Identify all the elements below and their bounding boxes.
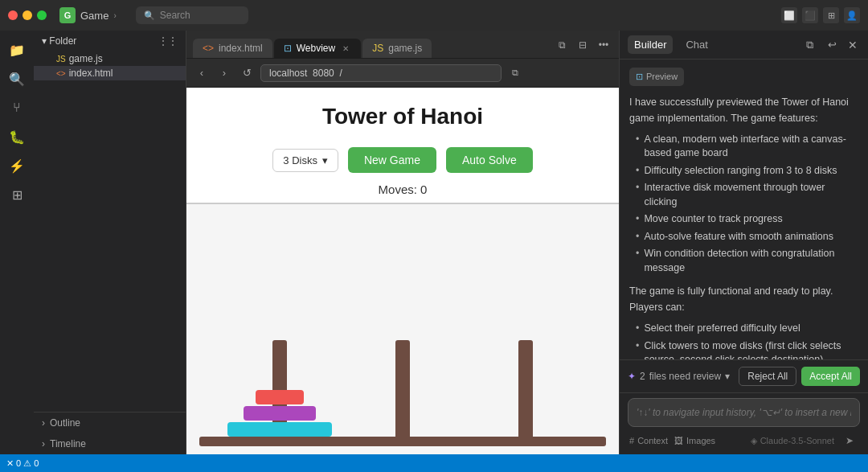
rp-external-btn[interactable]: ⧉	[800, 36, 818, 54]
forward-button[interactable]: ›	[215, 64, 233, 82]
can-do-text: The game is fully functional and ready t…	[629, 283, 858, 315]
titlebar: G Game › 🔍 Search ⬜ ⬛ ⊞ 👤	[0, 0, 868, 31]
sidebar-icon-grid[interactable]: ⊞	[4, 182, 30, 207]
tab-game-js[interactable]: JS game.js	[362, 39, 432, 58]
game-controls: 3 Disks ▾ New Game Auto Solve	[186, 147, 619, 173]
feature-item-0: A clean, modern web interface with a can…	[636, 133, 858, 161]
warning-count: 0	[34, 458, 39, 468]
tab-label-game-js: game.js	[388, 43, 422, 54]
file-item-index-html[interactable]: <> index.html	[34, 66, 186, 80]
tower-3-pole	[518, 340, 533, 437]
send-button[interactable]: ➤	[841, 432, 858, 449]
html-tab-icon: <>	[203, 43, 214, 54]
split-editor-btn[interactable]: ⧉	[553, 36, 571, 54]
outline-item[interactable]: › Outline	[34, 412, 186, 433]
review-files-label: files need review	[649, 371, 721, 382]
tab-layout-btn[interactable]: ⊟	[574, 36, 592, 54]
app-name: Game	[80, 10, 108, 22]
status-item-errors: ✕ 0 ⚠ 0	[6, 458, 39, 469]
titlebar-layout-btn-3[interactable]: ⊞	[823, 7, 839, 23]
can-do-item-0: Select their preferred difficulty level	[636, 322, 858, 336]
js-icon: JS	[56, 55, 66, 64]
feature-item-4: Auto-solve feature with smooth animation…	[636, 230, 858, 244]
builder-tab[interactable]: Builder	[628, 35, 673, 54]
disk-medium	[244, 406, 316, 421]
sidebar: 📁 🔍 ⑂ 🐛 ⚡ ⊞	[0, 31, 34, 454]
file-item-game-js[interactable]: JS game.js	[34, 51, 186, 66]
back-button[interactable]: ‹	[193, 64, 211, 82]
diamond-icon: ◈	[751, 436, 757, 446]
status-bar: ✕ 0 ⚠ 0	[0, 454, 868, 472]
images-button[interactable]: 🖼 Images	[674, 436, 715, 445]
context-button[interactable]: # Context	[629, 436, 668, 445]
close-traffic-light[interactable]	[8, 10, 18, 20]
file-panel-menu-icon[interactable]: ⋮⋮	[158, 35, 178, 47]
search-icon: 🔍	[144, 10, 155, 21]
game-header: Tower of Hanoi	[186, 88, 619, 137]
tower-3-base	[445, 437, 606, 446]
search-bar[interactable]: 🔍 Search	[136, 6, 248, 24]
file-name-index-html: index.html	[69, 68, 113, 79]
address-input[interactable]	[260, 64, 502, 82]
sidebar-icon-search[interactable]: 🔍	[4, 66, 30, 92]
feature-item-2: Interactive disk movement through tower …	[636, 181, 858, 209]
reject-all-button[interactable]: Reject All	[739, 367, 796, 386]
tower-2[interactable]	[342, 334, 465, 446]
rp-history-btn[interactable]: ↩	[823, 36, 841, 54]
sidebar-icon-files[interactable]: 📁	[4, 37, 30, 63]
search-label: Search	[160, 10, 190, 21]
can-do-item-1: Click towers to move disks (first click …	[636, 339, 858, 360]
app-icon-area: G Game ›	[59, 7, 117, 23]
sidebar-icon-extensions[interactable]: ⚡	[4, 153, 30, 179]
minimize-traffic-light[interactable]	[23, 10, 32, 20]
rp-close-btn[interactable]: ✕	[845, 38, 860, 52]
js-tab-icon: JS	[372, 43, 383, 54]
tab-more-btn[interactable]: •••	[595, 36, 612, 54]
tab-label-index-html: index.html	[219, 43, 263, 54]
warning-icon: ⚠	[23, 458, 31, 469]
preview-badge-label: Preview	[646, 70, 678, 84]
tower-3[interactable]	[464, 334, 587, 446]
disk-select[interactable]: 3 Disks ▾	[272, 149, 338, 172]
chat-tab[interactable]: Chat	[679, 35, 714, 54]
model-name: Claude-3.5-Sonnet	[760, 436, 834, 445]
review-count: 2	[640, 371, 645, 382]
sidebar-icon-debug[interactable]: 🐛	[4, 124, 30, 150]
review-bar: ✦ 2 files need review ▾ Reject All Accep…	[620, 359, 868, 393]
maximize-traffic-light[interactable]	[37, 10, 47, 20]
copy-url-button[interactable]: ⧉	[506, 64, 524, 82]
tab-webview[interactable]: ⊡ Webview ✕	[274, 39, 361, 58]
main-content: 📁 🔍 ⑂ 🐛 ⚡ ⊞ ▾ Folder ⋮⋮ JS game.js <> in…	[0, 31, 868, 454]
tab-bar: <> index.html ⊡ Webview ✕ JS game.js ⧉ ⊟…	[186, 31, 619, 59]
feature-item-1: Difficulty selection ranging from 3 to 8…	[636, 164, 858, 179]
preview-icon: ⊡	[636, 70, 643, 84]
preview-badge: ⊡ Preview	[629, 68, 684, 86]
timeline-item[interactable]: › Timeline	[34, 433, 186, 454]
chat-input-footer: # Context 🖼 Images ◈ Claude-3.5-Sonnet ➤	[628, 432, 860, 449]
game-canvas-area[interactable]	[186, 203, 619, 454]
traffic-lights	[8, 10, 47, 20]
chat-input[interactable]	[628, 398, 860, 427]
titlebar-user-btn[interactable]: 👤	[844, 7, 860, 23]
sidebar-icon-git[interactable]: ⑂	[4, 95, 30, 121]
tab-close-webview[interactable]: ✕	[340, 43, 351, 54]
titlebar-layout-btn-1[interactable]: ⬜	[781, 7, 797, 23]
image-icon: 🖼	[674, 436, 683, 445]
disk-select-chevron-icon: ▾	[322, 154, 328, 166]
timeline-chevron-icon: ›	[42, 438, 45, 449]
new-game-button[interactable]: New Game	[348, 147, 436, 173]
sparkle-icon: ✦	[628, 371, 636, 382]
tower-1[interactable]	[219, 334, 342, 446]
auto-solve-button[interactable]: Auto Solve	[446, 147, 533, 173]
address-bar: ‹ › ↺ ⧉	[186, 59, 619, 88]
accept-all-button[interactable]: Accept All	[801, 367, 860, 386]
right-panel-header: Builder Chat ⧉ ↩ ✕	[620, 31, 868, 60]
tab-bar-actions: ⧉ ⊟ •••	[553, 36, 612, 58]
titlebar-layout-btn-2[interactable]: ⬛	[802, 7, 818, 23]
tab-index-html[interactable]: <> index.html	[193, 39, 272, 58]
folder-label: ▾ Folder	[42, 35, 76, 47]
refresh-button[interactable]: ↺	[238, 64, 256, 82]
files-need-review-btn[interactable]: ✦ 2 files need review ▾	[628, 371, 730, 382]
timeline-label: Timeline	[50, 438, 86, 449]
chat-intro-text: I have successfully previewed the Tower …	[629, 94, 858, 126]
